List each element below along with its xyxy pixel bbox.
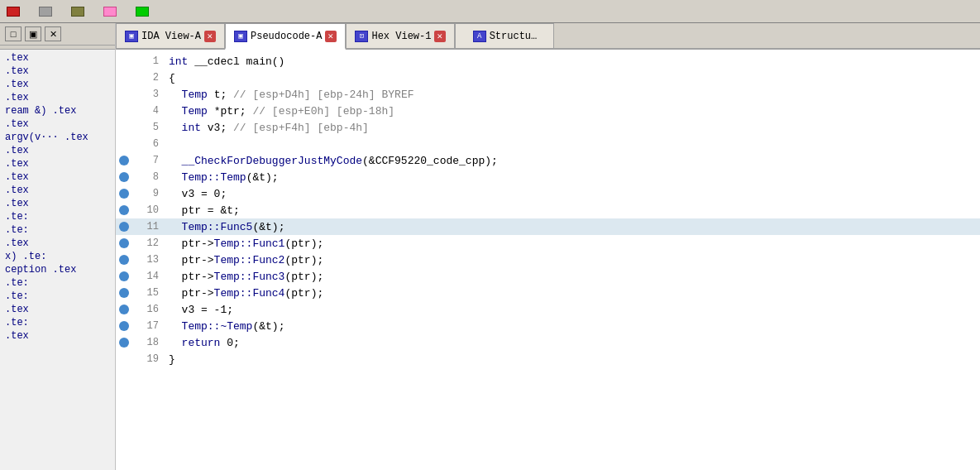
sidebar-item-14[interactable]: .tex [0, 237, 115, 250]
sidebar-item-10[interactable]: .tex [0, 184, 115, 197]
line-code-8: Temp::Temp(&t); [169, 171, 279, 184]
sidebar-item-20[interactable]: .te: [0, 316, 115, 329]
token: ptr-> [169, 254, 214, 266]
line-code-12: ptr->Temp::Func1(ptr); [169, 237, 323, 250]
token [169, 105, 182, 118]
line-dot-2 [119, 73, 129, 83]
code-line-9: 9 v3 = 0; [116, 185, 980, 202]
sidebar-restore-btn[interactable]: ▣ [25, 26, 41, 41]
legend-instruction [7, 7, 24, 17]
sidebar-item-18[interactable]: .te: [0, 290, 115, 303]
token: Temp::Temp [182, 171, 246, 184]
sidebar-item-6[interactable]: argv(v··· .tex [0, 131, 115, 144]
code-line-11: 11 Temp::Func5(&t); [116, 218, 980, 235]
tab-close-hex-view-1[interactable]: ✕ [434, 31, 446, 42]
legend-unexplored [71, 7, 88, 17]
sidebar-item-9[interactable]: .tex [0, 170, 115, 184]
token: Temp::~Temp [182, 320, 253, 333]
token: (ptr); [284, 254, 323, 266]
token [169, 171, 182, 184]
token: int [169, 55, 188, 68]
line-dot-6 [119, 139, 129, 149]
tab-icon-hex-view-1: ⊡ [355, 31, 368, 42]
line-dot-17 [119, 321, 129, 331]
tab-close-ida-view-a[interactable]: ✕ [204, 31, 216, 42]
code-line-18: 18 return 0; [116, 334, 980, 351]
tab-structures[interactable]: AStructu… [455, 23, 554, 48]
token [169, 89, 182, 101]
data-color-swatch [39, 7, 52, 17]
token: __CheckForDebuggerJustMyCode [182, 155, 362, 167]
code-area[interactable]: 1int __cdecl main()2{3 Temp t; // [esp+D… [116, 50, 980, 470]
token: 0; [220, 337, 239, 349]
sidebar-item-0[interactable]: .tex [0, 51, 115, 65]
line-code-3: Temp t; // [esp+D4h] [ebp-24h] BYREF [169, 89, 414, 101]
token: (&t); [252, 221, 284, 233]
line-code-14: ptr->Temp::Func3(ptr); [169, 271, 323, 283]
token: // [esp+E0h] [ebp-18h] [252, 105, 394, 118]
tab-pseudocode-a[interactable]: ▣Pseudocode-A✕ [225, 23, 346, 50]
line-num-17: 17 [132, 320, 159, 332]
token: v3 = -1; [169, 304, 233, 316]
sidebar-item-8[interactable]: .tex [0, 157, 115, 170]
tab-hex-view-1[interactable]: ⊡Hex View-1✕ [346, 23, 455, 48]
code-line-1: 1int __cdecl main() [116, 53, 980, 70]
sidebar-item-4[interactable]: ream &) .tex [0, 104, 115, 118]
sidebar-close-btn[interactable]: ✕ [45, 26, 61, 41]
line-code-17: Temp::~Temp(&t); [169, 320, 284, 333]
tab-close-pseudocode-a[interactable]: ✕ [325, 31, 337, 42]
sidebar-item-13[interactable]: .te: [0, 223, 115, 237]
token: (&t); [252, 320, 284, 333]
line-num-16: 16 [132, 304, 159, 315]
line-num-1: 1 [132, 55, 159, 67]
token: __cdecl main() [188, 55, 284, 68]
sidebar-item-15[interactable]: x) .te: [0, 250, 115, 263]
token: *ptr; [208, 105, 253, 118]
token: Temp::Func1 [214, 237, 285, 250]
code-line-3: 3 Temp t; // [esp+D4h] [ebp-24h] BYREF [116, 86, 980, 103]
lumina-function-color-swatch [136, 7, 149, 17]
sidebar-item-3[interactable]: .tex [0, 91, 115, 104]
sidebar-item-16[interactable]: ception .tex [0, 263, 115, 276]
line-num-19: 19 [132, 353, 159, 365]
code-line-14: 14 ptr->Temp::Func3(ptr); [116, 268, 980, 285]
code-line-2: 2{ [116, 70, 980, 86]
line-num-2: 2 [132, 72, 159, 84]
sidebar-item-5[interactable]: .tex [0, 118, 115, 131]
sidebar-item-11[interactable]: .tex [0, 197, 115, 210]
token: v3; [201, 122, 233, 134]
right-panel: ▣IDA View-A✕▣Pseudocode-A✕⊡Hex View-1✕AS… [116, 23, 980, 470]
legend-data [39, 7, 56, 17]
sidebar-window-btn[interactable]: □ [5, 26, 22, 41]
line-code-15: ptr->Temp::Func4(ptr); [169, 287, 323, 300]
line-num-5: 5 [132, 122, 159, 133]
sidebar-item-7[interactable]: .tex [0, 144, 115, 157]
token: Temp [182, 105, 208, 118]
code-line-16: 16 v3 = -1; [116, 301, 980, 318]
sidebar-item-19[interactable]: .tex [0, 303, 115, 316]
tab-icon-ida-view-a: ▣ [125, 31, 138, 42]
line-num-3: 3 [132, 89, 159, 100]
line-num-15: 15 [132, 287, 159, 299]
code-line-8: 8 Temp::Temp(&t); [116, 169, 980, 185]
line-dot-10 [119, 205, 129, 215]
sidebar-list[interactable]: .tex.tex.tex.texream &) .tex.texargv(v··… [0, 50, 115, 470]
sidebar-item-12[interactable]: .te: [0, 210, 115, 223]
tab-label-pseudocode-a: Pseudocode-A [251, 31, 322, 42]
sidebar-item-1[interactable]: .tex [0, 65, 115, 78]
token [169, 122, 182, 134]
sidebar-item-21[interactable]: .tex [0, 329, 115, 343]
line-num-4: 4 [132, 105, 159, 117]
code-line-4: 4 Temp *ptr; // [esp+E0h] [ebp-18h] [116, 103, 980, 119]
line-dot-1 [119, 56, 129, 66]
tab-bar: ▣IDA View-A✕▣Pseudocode-A✕⊡Hex View-1✕AS… [116, 23, 980, 50]
token: (&CCF95220_code_cpp); [362, 155, 498, 167]
token: int [182, 122, 201, 134]
sidebar-item-2[interactable]: .tex [0, 78, 115, 91]
token [169, 320, 182, 333]
tab-ida-view-a[interactable]: ▣IDA View-A✕ [116, 23, 225, 48]
code-line-17: 17 Temp::~Temp(&t); [116, 318, 980, 334]
line-num-13: 13 [132, 254, 159, 266]
token: return [182, 337, 221, 349]
sidebar-item-17[interactable]: .te: [0, 276, 115, 290]
